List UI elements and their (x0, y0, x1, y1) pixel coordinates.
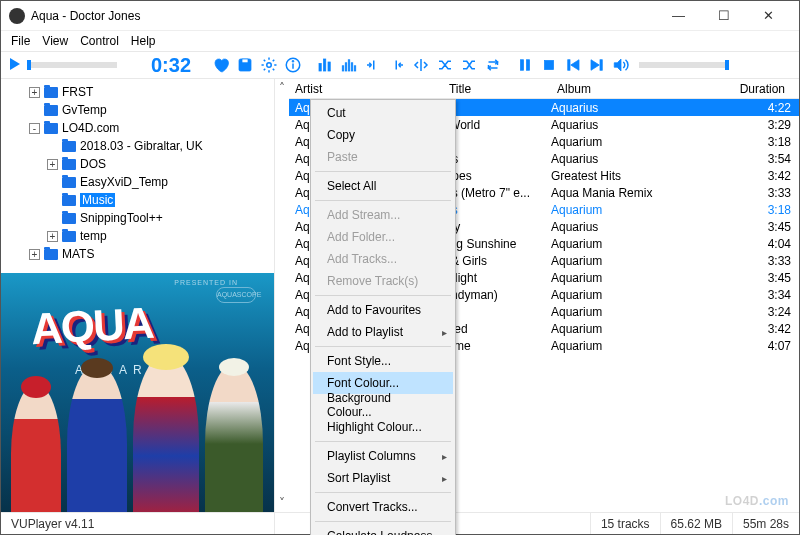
tree-node[interactable]: Music (5, 191, 270, 209)
context-menu-item[interactable]: Cut (313, 102, 453, 124)
expand-icon[interactable]: + (29, 87, 40, 98)
context-menu-label: Background Colour... (327, 391, 435, 419)
watermark: LO4D.com (725, 492, 789, 508)
app-window: Aqua - Doctor Jones — ☐ ✕ File View Cont… (0, 0, 800, 535)
scroll-down-icon[interactable]: ˅ (279, 496, 285, 510)
context-menu-item[interactable]: Select All (313, 175, 453, 197)
heart-icon[interactable] (209, 53, 233, 77)
menu-control[interactable]: Control (74, 32, 125, 50)
prev-icon[interactable] (561, 53, 585, 77)
svg-rect-14 (354, 66, 356, 71)
pause-icon[interactable] (513, 53, 537, 77)
album-art: PRESENTED IN AQUASCOPE AQUA AQUARIUM (1, 273, 274, 512)
minimize-button[interactable]: — (656, 2, 701, 30)
volume-slider[interactable] (639, 62, 729, 68)
cell-duration: 4:04 (721, 237, 791, 251)
menu-file[interactable]: File (5, 32, 36, 50)
toolbar: 0:32 (1, 51, 799, 79)
folder-icon (62, 177, 76, 188)
tree-node[interactable]: +MATS (5, 245, 270, 263)
expand-icon[interactable]: + (47, 231, 58, 242)
tree-node[interactable]: EasyXviD_Temp (5, 173, 270, 191)
cell-duration: 3:42 (721, 322, 791, 336)
folder-icon (44, 87, 58, 98)
context-menu-item[interactable]: Sort Playlist▸ (313, 467, 453, 489)
album-presented: PRESENTED IN (174, 279, 238, 286)
collapse-icon[interactable]: - (29, 123, 40, 134)
album-logo: AQUA (30, 298, 154, 354)
cell-album: Aquarium (551, 288, 721, 302)
gear-icon[interactable] (257, 53, 281, 77)
cell-duration: 3:45 (721, 271, 791, 285)
tree-node[interactable]: -LO4D.com (5, 119, 270, 137)
context-menu-item[interactable]: Font Style... (313, 350, 453, 372)
col-title[interactable]: Title (369, 82, 551, 96)
tree-node[interactable]: SnippingTool++ (5, 209, 270, 227)
context-menu-item[interactable]: Background Colour... (313, 394, 453, 416)
context-menu-item[interactable]: Copy (313, 124, 453, 146)
svg-rect-13 (351, 63, 353, 71)
context-menu-item[interactable]: Playlist Columns▸ (313, 445, 453, 467)
tree-label: SnippingTool++ (80, 211, 163, 225)
context-menu-label: Remove Track(s) (327, 274, 418, 288)
playback-time: 0:32 (127, 54, 191, 77)
tree-node[interactable]: +DOS (5, 155, 270, 173)
shuffle-icon[interactable] (433, 53, 457, 77)
col-album[interactable]: Album (551, 82, 721, 96)
skip-end-icon[interactable] (385, 53, 409, 77)
expander-blank (47, 213, 58, 224)
folder-tree[interactable]: +FRSTGvTemp-LO4D.com2018.03 - Gibraltar,… (1, 79, 274, 267)
context-menu-item[interactable]: Convert Tracks... (313, 496, 453, 518)
tree-node[interactable]: +temp (5, 227, 270, 245)
info-icon[interactable] (281, 53, 305, 77)
skip-start-icon[interactable] (361, 53, 385, 77)
volume-icon[interactable] (609, 53, 633, 77)
context-menu-item[interactable]: Calculate Loudness (313, 525, 453, 535)
context-menu-label: Playlist Columns (327, 449, 416, 463)
expand-icon[interactable]: + (47, 159, 58, 170)
tree-label: DOS (80, 157, 106, 171)
scroll-up-icon[interactable]: ˄ (279, 81, 285, 95)
col-artist[interactable]: Artist (289, 82, 369, 96)
album-scope: AQUASCOPE (216, 287, 256, 303)
context-menu-label: Add Tracks... (327, 252, 397, 266)
svg-rect-24 (600, 60, 602, 71)
cell-album: Aquarius (551, 118, 721, 132)
svg-rect-12 (348, 60, 350, 71)
levels-icon[interactable] (337, 53, 361, 77)
menu-view[interactable]: View (36, 32, 74, 50)
scroll-arrows[interactable]: ˄ ˅ (275, 79, 289, 512)
folder-icon (62, 195, 76, 206)
context-menu-item[interactable]: Add to Favourites (313, 299, 453, 321)
maximize-button[interactable]: ☐ (701, 2, 746, 30)
eq-icon[interactable] (313, 53, 337, 77)
next-icon[interactable] (585, 53, 609, 77)
tree-node[interactable]: GvTemp (5, 101, 270, 119)
cell-duration: 3:33 (721, 254, 791, 268)
save-icon[interactable] (233, 53, 257, 77)
context-menu-label: Add Stream... (327, 208, 400, 222)
submenu-arrow-icon: ▸ (442, 451, 447, 462)
cell-duration: 3:24 (721, 305, 791, 319)
cell-album: Greatest Hits (551, 169, 721, 183)
context-menu-item[interactable]: Highlight Colour... (313, 416, 453, 438)
expand-icon[interactable]: + (29, 249, 40, 260)
tree-node[interactable]: 2018.03 - Gibraltar, UK (5, 137, 270, 155)
col-duration[interactable]: Duration (721, 82, 791, 96)
menubar: File View Control Help (1, 31, 799, 51)
stop-icon[interactable] (537, 53, 561, 77)
tree-node[interactable]: +FRST (5, 83, 270, 101)
album-figure (133, 354, 199, 512)
random-icon[interactable] (457, 53, 481, 77)
track-list-header[interactable]: Artist Title Album Duration (289, 79, 799, 99)
repeat-icon[interactable] (481, 53, 505, 77)
split-icon[interactable] (409, 53, 433, 77)
context-menu-item[interactable]: Add to Playlist▸ (313, 321, 453, 343)
seek-slider[interactable] (27, 62, 117, 68)
cell-album: Aquarium (551, 305, 721, 319)
menu-help[interactable]: Help (125, 32, 162, 50)
context-menu[interactable]: CutCopyPasteSelect AllAdd Stream...Add F… (310, 99, 456, 535)
folder-icon (62, 213, 76, 224)
context-menu-label: Sort Playlist (327, 471, 390, 485)
close-button[interactable]: ✕ (746, 2, 791, 30)
